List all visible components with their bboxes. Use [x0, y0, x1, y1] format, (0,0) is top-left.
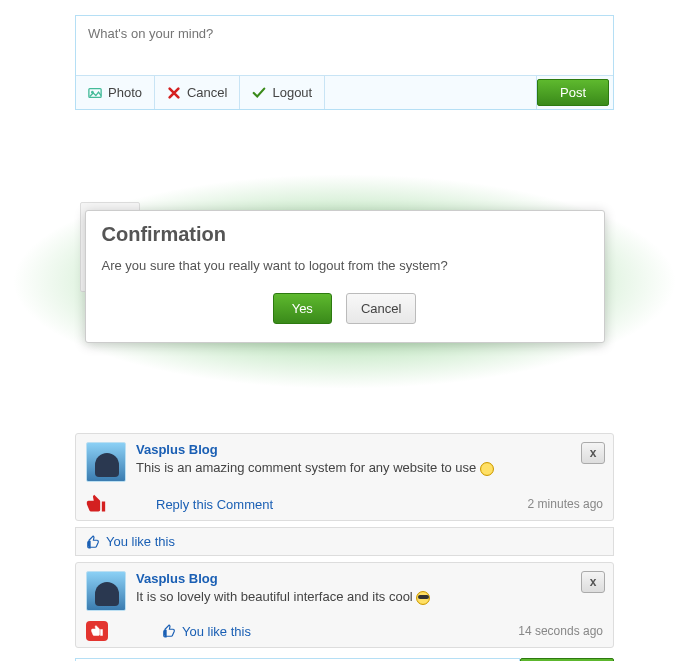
photo-label: Photo — [108, 85, 142, 100]
reply-footer: You like this 14 seconds ago — [86, 621, 603, 641]
cancel-icon — [167, 86, 181, 100]
reply-body: Vasplus Blog It is so lovely with beauti… — [86, 571, 603, 611]
modal-cancel-button[interactable]: Cancel — [346, 293, 416, 324]
like-status-text: You like this — [106, 534, 175, 549]
modal-overlay: Confirmation Are you sure that you reall… — [0, 170, 689, 393]
toolbar-spacer — [325, 76, 537, 109]
post-composer: Photo Cancel Logout Post — [75, 15, 614, 110]
reply-link[interactable]: Reply this Comment — [156, 497, 273, 512]
comment-header: Vasplus Blog This is an amazing comment … — [86, 442, 603, 482]
reply-like[interactable]: You like this — [162, 624, 251, 639]
thumb-down-icon[interactable] — [86, 494, 106, 514]
comment-card: x Vasplus Blog This is an amazing commen… — [75, 433, 614, 521]
modal-message: Are you sure that you really want to log… — [86, 254, 604, 287]
comment-timestamp: 2 minutes ago — [528, 497, 603, 511]
close-comment-button[interactable]: x — [581, 442, 605, 464]
smile-emoji-icon — [480, 462, 494, 476]
reply-card: x Vasplus Blog It is so lovely with beau… — [75, 562, 614, 648]
comment-footer: Reply this Comment 2 minutes ago — [86, 494, 603, 514]
modal-title: Confirmation — [86, 211, 604, 254]
photo-icon — [88, 86, 102, 100]
thumb-down-badge-icon[interactable] — [86, 621, 108, 641]
modal-yes-button[interactable]: Yes — [273, 293, 332, 324]
close-reply-button[interactable]: x — [581, 571, 605, 593]
reply-like-text: You like this — [182, 624, 251, 639]
composer-toolbar: Photo Cancel Logout Post — [76, 75, 613, 109]
cool-emoji-icon — [416, 591, 430, 605]
reply-timestamp: 14 seconds ago — [518, 624, 603, 638]
logout-label: Logout — [272, 85, 312, 100]
thumb-up-icon — [162, 624, 176, 638]
comment-feed: x Vasplus Blog This is an amazing commen… — [75, 433, 614, 661]
reply-author[interactable]: Vasplus Blog — [136, 571, 430, 586]
avatar — [86, 442, 126, 482]
check-icon — [252, 86, 266, 100]
modal-buttons: Yes Cancel — [86, 287, 604, 342]
comment-text: This is an amazing comment system for an… — [136, 460, 494, 476]
comment-author[interactable]: Vasplus Blog — [136, 442, 494, 457]
composer-textarea[interactable] — [76, 16, 613, 72]
post-button[interactable]: Post — [537, 79, 609, 106]
cancel-label: Cancel — [187, 85, 227, 100]
reply-text: It is so lovely with beautiful interface… — [136, 589, 430, 605]
confirmation-modal: Confirmation Are you sure that you reall… — [85, 210, 605, 343]
avatar — [86, 571, 126, 611]
thumb-up-icon — [86, 535, 100, 549]
logout-button[interactable]: Logout — [240, 76, 325, 109]
like-status-bar: You like this — [75, 527, 614, 556]
photo-button[interactable]: Photo — [76, 76, 155, 109]
cancel-button[interactable]: Cancel — [155, 76, 240, 109]
